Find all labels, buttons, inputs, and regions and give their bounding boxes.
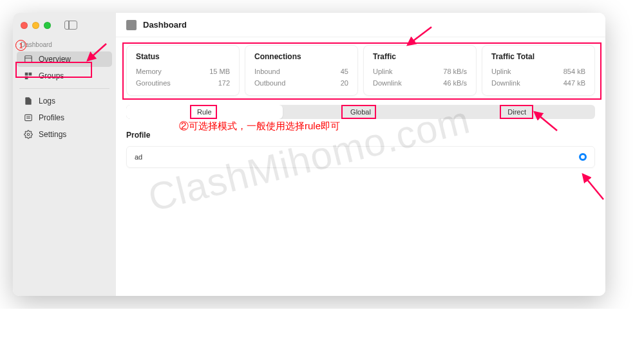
sidebar-item-label: Overview [39, 55, 71, 64]
gear-icon [23, 129, 33, 140]
profiles-icon [23, 113, 33, 123]
sidebar: Dashboard Overview Groups Logs [13, 13, 116, 296]
sidebar-item-label: Profiles [39, 113, 64, 122]
sidebar-item-groups[interactable]: Groups [17, 68, 112, 84]
mode-tabs: Rule Global Direct [126, 105, 595, 119]
sidebar-item-profiles[interactable]: Profiles [17, 110, 112, 125]
mode-tab-global[interactable]: Global [283, 105, 439, 119]
stat-card-status: Status Memory15 MB Goroutines172 [126, 45, 240, 96]
sidebar-section-dashboard: Dashboard [13, 37, 116, 51]
sidebar-item-label: Groups [39, 71, 64, 80]
logs-icon [23, 96, 33, 106]
dashboard-icon [126, 20, 137, 30]
minimize-window-button[interactable] [32, 22, 39, 29]
page-title: Dashboard [143, 20, 187, 30]
close-window-button[interactable] [21, 22, 28, 29]
sidebar-toggle-icon[interactable] [64, 21, 77, 30]
stat-row: Downlink447 kB [491, 78, 585, 89]
stat-row: Outbound20 [254, 78, 348, 89]
overview-icon [23, 54, 33, 64]
stat-row: Downlink46 kB/s [373, 78, 467, 89]
stat-title: Traffic [373, 52, 467, 61]
stat-row: Goroutines172 [136, 78, 230, 89]
svg-rect-3 [29, 73, 32, 76]
titlebar [13, 13, 116, 37]
sidebar-item-label: Logs [39, 96, 55, 105]
sidebar-item-settings[interactable]: Settings [17, 127, 112, 142]
svg-rect-0 [25, 56, 32, 63]
sidebar-item-logs[interactable]: Logs [17, 93, 112, 109]
mode-tab-rule[interactable]: Rule [126, 105, 283, 119]
profile-item[interactable]: ad [126, 146, 595, 168]
groups-icon [23, 71, 33, 81]
stat-card-traffic: Traffic Uplink78 kB/s Downlink46 kB/s [363, 45, 477, 96]
main-content: Status Memory15 MB Goroutines172 Connect… [116, 37, 605, 296]
stats-row: Status Memory15 MB Goroutines172 Connect… [126, 45, 595, 96]
stat-row: Inbound45 [254, 66, 348, 78]
stat-title: Connections [254, 52, 348, 61]
svg-rect-4 [25, 77, 28, 80]
stat-row: Uplink78 kB/s [373, 66, 467, 78]
radio-selected-icon[interactable] [579, 153, 587, 161]
main-header: Dashboard [116, 13, 605, 37]
profile-section: Profile ad [126, 131, 595, 168]
sidebar-item-label: Settings [39, 130, 66, 139]
profile-title: Profile [126, 131, 595, 140]
stat-card-connections: Connections Inbound45 Outbound20 [245, 45, 358, 96]
app-window: Dashboard Overview Groups Logs [13, 13, 605, 296]
main-area: Dashboard Status Memory15 MB Goroutines1… [116, 13, 605, 296]
maximize-window-button[interactable] [44, 22, 51, 29]
svg-rect-2 [25, 73, 28, 76]
svg-point-8 [27, 133, 30, 136]
sidebar-divider [19, 88, 109, 89]
stat-title: Status [136, 52, 230, 61]
stat-row: Uplink854 kB [491, 66, 585, 78]
stat-row: Memory15 MB [136, 66, 230, 78]
stat-card-traffic-total: Traffic Total Uplink854 kB Downlink447 k… [482, 45, 595, 96]
sidebar-item-overview[interactable]: Overview [17, 51, 112, 67]
stat-title: Traffic Total [491, 52, 585, 61]
profile-item-label: ad [135, 153, 142, 161]
mode-tab-direct[interactable]: Direct [439, 105, 595, 119]
